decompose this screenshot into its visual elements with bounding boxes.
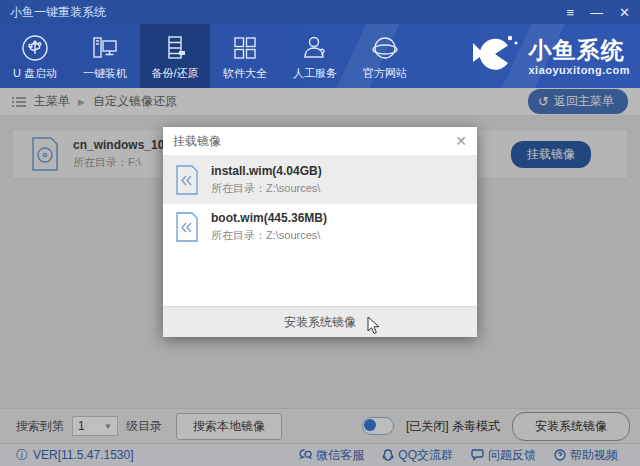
computer-icon <box>90 32 120 64</box>
brand-name: 小鱼系统 <box>528 39 630 62</box>
brand-logo: 小鱼系统 xiaoyuxitong.com <box>470 30 630 84</box>
wim-list-item-boot[interactable]: boot.wim(445.36MB) 所在目录：Z:\sources\ <box>163 203 477 250</box>
menu-icon[interactable]: ≡ <box>567 6 575 19</box>
nav-item-website[interactable]: 官方网站 <box>350 24 420 88</box>
nav-item-software[interactable]: 软件大全 <box>210 24 280 88</box>
fish-logo-icon <box>470 30 520 84</box>
window-title: 小鱼一键重装系统 <box>10 4 106 21</box>
website-globe-icon <box>370 32 400 64</box>
nav-item-service[interactable]: 人工服务 <box>280 24 350 88</box>
title-bar: 小鱼一键重装系统 ≡ — ✕ <box>0 0 640 24</box>
nav-item-backup-restore[interactable]: 备份/还原 <box>140 24 210 88</box>
close-icon[interactable]: ✕ <box>455 134 467 148</box>
nav-item-one-key-install[interactable]: 一键装机 <box>70 24 140 88</box>
main-navigation: U 盘启动 一键装机 备份/还原 软件大全 人工服务 <box>0 24 640 88</box>
wim-directory: 所在目录：Z:\sources\ <box>211 228 327 243</box>
nav-label: 备份/还原 <box>151 66 198 81</box>
nav-item-usb-boot[interactable]: U 盘启动 <box>0 24 70 88</box>
window-controls: ≡ — ✕ <box>567 6 631 19</box>
wim-file-icon <box>175 212 199 242</box>
install-system-image-action[interactable]: 安装系统镜像 <box>163 306 477 337</box>
wim-directory: 所在目录：Z:\sources\ <box>211 181 322 196</box>
dialog-title: 挂载镜像 <box>173 133 221 150</box>
nav-label: U 盘启动 <box>13 66 57 81</box>
nav-label: 软件大全 <box>223 66 267 81</box>
nav-label: 官方网站 <box>363 66 407 81</box>
wim-file-icon <box>175 165 199 195</box>
wim-list-item-install[interactable]: install.wim(4.04GB) 所在目录：Z:\sources\ <box>163 156 477 203</box>
wim-name: boot.wim(445.36MB) <box>211 211 327 225</box>
close-icon[interactable]: ✕ <box>619 6 630 19</box>
usb-icon <box>20 32 50 64</box>
customer-service-icon <box>300 32 330 64</box>
backup-restore-icon <box>160 32 190 64</box>
brand-domain: xiaoyuxitong.com <box>528 65 630 76</box>
apps-grid-icon <box>230 32 260 64</box>
nav-label: 人工服务 <box>293 66 337 81</box>
mount-image-dialog: 挂载镜像 ✕ install.wim(4.04GB) 所在目录：Z:\sourc… <box>163 127 477 337</box>
nav-label: 一键装机 <box>83 66 127 81</box>
app-window: 小鱼一键重装系统 ≡ — ✕ U 盘启动 一键装机 备份/还原 <box>0 0 640 466</box>
minimize-icon[interactable]: — <box>590 6 603 19</box>
wim-name: install.wim(4.04GB) <box>211 164 322 178</box>
